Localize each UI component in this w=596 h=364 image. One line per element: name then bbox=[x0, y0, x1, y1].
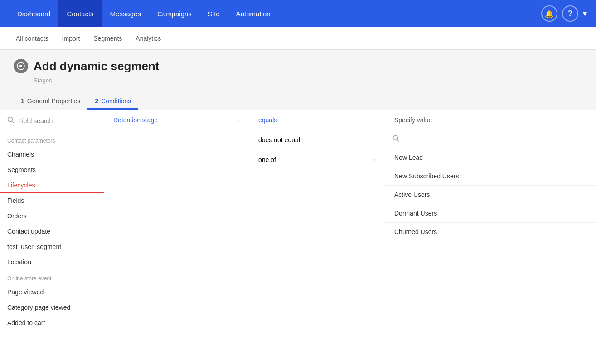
page-header: Add dynamic segment Stages bbox=[0, 50, 596, 88]
svg-line-3 bbox=[12, 121, 14, 123]
operator-does-not-equal[interactable]: does not equal bbox=[249, 130, 385, 150]
svg-line-5 bbox=[397, 140, 399, 142]
nav-campaigns[interactable]: Campaigns bbox=[149, 0, 200, 27]
search-icon bbox=[7, 116, 15, 125]
nav-contacts[interactable]: Contacts bbox=[58, 0, 102, 27]
subnav-import[interactable]: Import bbox=[55, 27, 87, 50]
field-fields[interactable]: Fields bbox=[0, 193, 104, 208]
stages-label: Stages bbox=[34, 77, 582, 84]
online-store-label: Online store event bbox=[0, 270, 104, 284]
field-orders[interactable]: Orders bbox=[0, 208, 104, 224]
sub-nav: All contacts Import Segments Analytics bbox=[0, 27, 596, 50]
page-icon bbox=[14, 59, 28, 73]
value-dormant-users[interactable]: Dormant Users bbox=[385, 204, 596, 223]
nav-messages[interactable]: Messages bbox=[102, 0, 149, 27]
bell-icon[interactable]: 🔔 bbox=[541, 5, 557, 22]
subnav-all-contacts[interactable]: All contacts bbox=[9, 27, 55, 50]
value-new-lead[interactable]: New Lead bbox=[385, 148, 596, 167]
page-title: Add dynamic segment bbox=[34, 59, 159, 73]
operator-equals-label: equals bbox=[258, 116, 277, 124]
field-added-to-cart[interactable]: Added to cart bbox=[0, 315, 104, 330]
nav-site[interactable]: Site bbox=[200, 0, 228, 27]
retention-stage-label: Retention stage bbox=[113, 116, 158, 124]
operator-one-of-label: one of bbox=[258, 156, 276, 163]
value-active-users[interactable]: Active Users bbox=[385, 186, 596, 204]
field-page-viewed[interactable]: Page viewed bbox=[0, 284, 104, 300]
main-content: Contact parameters Channels Segments Lif… bbox=[0, 110, 596, 364]
operator-does-not-equal-label: does not equal bbox=[258, 136, 300, 144]
tab2-num: 2 bbox=[95, 97, 98, 105]
tab1-num: 1 bbox=[21, 97, 24, 105]
tabs: 1 General Properties 2 Conditions bbox=[0, 88, 596, 110]
value-new-subscribed-users[interactable]: New Subscribed Users bbox=[385, 167, 596, 186]
field-panel: Contact parameters Channels Segments Lif… bbox=[0, 110, 104, 364]
tab1-label: General Properties bbox=[27, 97, 81, 105]
retention-chevron-icon: › bbox=[237, 116, 240, 124]
top-nav: Dashboard Contacts Messages Campaigns Si… bbox=[0, 0, 596, 27]
value-search-box[interactable] bbox=[385, 130, 596, 148]
subnav-analytics[interactable]: Analytics bbox=[129, 27, 168, 50]
field-category-page-viewed[interactable]: Category page viewed bbox=[0, 300, 104, 315]
contact-params-label: Contact parameters bbox=[0, 132, 104, 147]
field-test-user-segment[interactable]: test_user_segment bbox=[0, 239, 104, 254]
field-lifecycles[interactable]: Lifecycles bbox=[0, 177, 104, 193]
value-panel: Specify value New Lead New Subscribed Us… bbox=[385, 110, 596, 364]
svg-point-1 bbox=[19, 65, 22, 67]
condition-panel: Retention stage › bbox=[104, 110, 249, 364]
retention-stage-row[interactable]: Retention stage › bbox=[104, 110, 249, 130]
operator-panel: equals does not equal one of › bbox=[249, 110, 385, 364]
nav-automation[interactable]: Automation bbox=[228, 0, 279, 27]
operator-one-of[interactable]: one of › bbox=[249, 150, 385, 170]
value-search-icon bbox=[392, 135, 400, 144]
tab-general-properties[interactable]: 1 General Properties bbox=[14, 94, 87, 110]
field-search-input[interactable] bbox=[18, 117, 97, 125]
operator-one-of-chevron-icon: › bbox=[373, 156, 376, 163]
tab-conditions[interactable]: 2 Conditions bbox=[87, 94, 138, 110]
help-icon[interactable]: ? bbox=[562, 5, 578, 22]
specify-value-label: Specify value bbox=[385, 110, 596, 130]
field-channels[interactable]: Channels bbox=[0, 147, 104, 162]
field-contact-update[interactable]: Contact update bbox=[0, 224, 104, 239]
field-search-box[interactable] bbox=[0, 110, 104, 132]
value-search-input[interactable] bbox=[403, 136, 589, 143]
chevron-down-icon[interactable]: ▾ bbox=[583, 9, 587, 19]
tab2-label: Conditions bbox=[101, 97, 131, 105]
value-churned-users[interactable]: Churned Users bbox=[385, 223, 596, 241]
subnav-segments[interactable]: Segments bbox=[87, 27, 129, 50]
field-location[interactable]: Location bbox=[0, 254, 104, 270]
nav-dashboard[interactable]: Dashboard bbox=[9, 0, 58, 27]
operator-equals[interactable]: equals bbox=[249, 110, 385, 130]
field-segments[interactable]: Segments bbox=[0, 162, 104, 177]
